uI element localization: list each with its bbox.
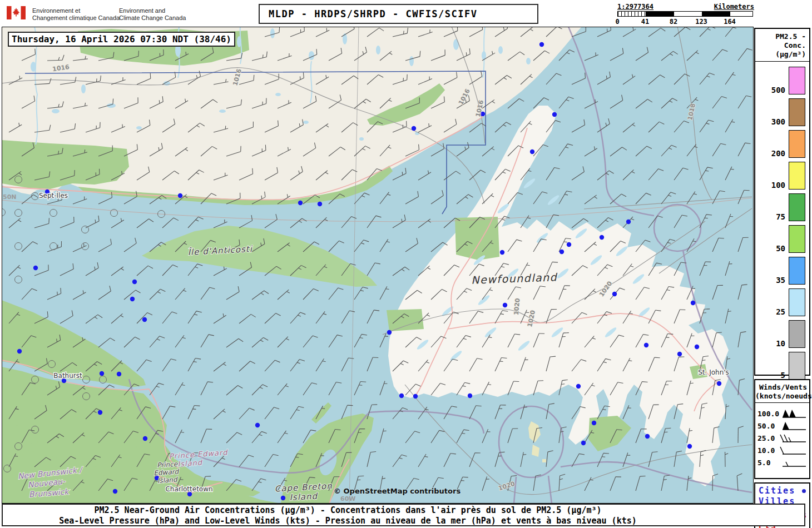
pm25-color-swatch (789, 288, 805, 316)
city-dot[interactable] (552, 112, 557, 117)
pm25-color-swatch (789, 67, 805, 94)
city-dot[interactable] (612, 292, 617, 296)
wind-barb-icon (779, 432, 807, 444)
caption-box: PM2.5 Near-Ground Air Concentrations (µg… (2, 504, 805, 526)
city-dot[interactable] (178, 193, 182, 198)
city-dot[interactable] (142, 317, 147, 322)
map-label: St. John's (698, 368, 729, 376)
pm25-level-value: 10 (776, 339, 785, 348)
city-dot[interactable] (318, 202, 322, 206)
city-dot[interactable] (412, 126, 416, 131)
scale-tick-labels: 04182123164 (617, 18, 753, 26)
pm25-color-swatch (789, 225, 805, 253)
wind-legend-row: 25.0 (757, 432, 808, 444)
wind-legend: Winds/Vents (knots/noeuds) 100.050.025.0… (754, 379, 810, 479)
scale-tick: 82 (670, 18, 677, 26)
pm25-level-value: 100 (771, 181, 785, 190)
city-dot[interactable] (143, 436, 147, 441)
wind-barb-icon (779, 407, 807, 420)
map-label: © OpenStreetMap contributors (334, 487, 461, 495)
scale-tick: 164 (724, 18, 736, 26)
pm25-color-swatch (789, 320, 805, 348)
city-dot[interactable] (691, 301, 695, 305)
pm25-level-value: 25 (776, 307, 785, 316)
pm25-legend-row: 300 (755, 94, 809, 126)
city-dot[interactable] (645, 434, 650, 439)
city-dot[interactable] (98, 410, 102, 415)
city-dot[interactable] (576, 384, 581, 388)
map-label: Sept-Îles (39, 191, 68, 200)
city-dot[interactable] (567, 242, 571, 247)
wind-speed-value: 100.0 (757, 410, 779, 418)
city-dot[interactable] (281, 496, 285, 500)
city-dot[interactable] (677, 352, 682, 356)
city-dot[interactable] (592, 421, 596, 425)
city-dot[interactable] (387, 330, 392, 335)
city-dot[interactable] (560, 250, 564, 254)
wind-barb-icon (779, 420, 807, 432)
map-canvas[interactable]: Sept-ÎlesÎle d'AnticostiNewfoundlandBath… (2, 27, 754, 504)
map-label: 50N (3, 193, 17, 201)
wind-barb-icon (779, 444, 807, 456)
city-dot[interactable] (644, 343, 648, 347)
city-dot[interactable] (626, 220, 631, 224)
wind-speed-value: 5.0 (757, 459, 779, 467)
pm25-color-swatch (789, 98, 805, 126)
scale-tick: 123 (695, 18, 707, 26)
pm25-legend-row: 50 (755, 221, 809, 253)
city-dot[interactable] (581, 441, 586, 445)
city-dot[interactable] (399, 393, 404, 398)
city-dot-icon (802, 489, 806, 493)
agency-name-french: Environnement et Changement climatique C… (32, 7, 120, 22)
scale-unit-label: Kilometers (714, 3, 754, 11)
pm25-legend-row: 35 (755, 253, 809, 285)
city-dot[interactable] (132, 280, 137, 284)
city-dot[interactable] (130, 297, 135, 301)
canada-flag-icon (7, 6, 26, 19)
pm25-color-swatch (789, 193, 805, 221)
pm25-legend-rows: 50030020010075503525105 (755, 62, 809, 380)
map-label: Charlottetown (165, 485, 212, 493)
pm25-level-value: 50 (776, 244, 785, 253)
pm25-legend-row: 75 (755, 190, 809, 221)
pm25-level-value: 35 (776, 276, 785, 285)
wind-barb-icon (779, 456, 807, 469)
wind-legend-title: Winds/Vents (knots/noeuds) (755, 380, 809, 403)
pm25-legend: PM2.5 - Conc. (µg/m³) 500300200100755035… (754, 28, 810, 376)
city-dot[interactable] (117, 372, 121, 376)
city-dot[interactable] (500, 250, 504, 255)
map-title: MLDP - HRDPS/SHRPD - CWFIS/SCIFV (260, 8, 478, 19)
map-label: 1020 (513, 298, 522, 316)
city-dot[interactable] (503, 303, 507, 307)
caption-line2: Sea-Level Pressure (hPa) and Low-Level W… (3, 516, 693, 526)
weather-map: Sept-ÎlesÎle d'AnticostiNewfoundlandBath… (2, 27, 754, 504)
city-dot[interactable] (600, 235, 604, 240)
city-dot[interactable] (530, 150, 534, 154)
wind-legend-rows: 100.050.025.010.05.0 (755, 403, 809, 469)
city-dot[interactable] (717, 381, 721, 386)
scale-tick: 41 (641, 18, 649, 26)
city-dot[interactable] (298, 201, 303, 205)
city-dot[interactable] (539, 42, 544, 47)
wind-legend-row: 10.0 (757, 444, 808, 456)
caption-line1: PM2.5 Near-Ground Air Concentrations (µg… (3, 505, 693, 516)
city-dot[interactable] (695, 345, 699, 349)
city-dot[interactable] (413, 394, 418, 399)
pm25-color-swatch (789, 257, 805, 285)
pm25-color-swatch (789, 352, 805, 380)
city-dot[interactable] (687, 444, 692, 449)
agency-name-english: Environment and Climate Change Canada (119, 7, 186, 22)
city-dot[interactable] (113, 489, 117, 494)
pm25-legend-row: 25 (755, 285, 809, 316)
pm25-level-value: 300 (771, 117, 785, 126)
city-dot[interactable] (468, 393, 472, 398)
city-dot[interactable] (100, 371, 104, 376)
city-dot[interactable] (17, 349, 22, 353)
cities-label-en: Cities (759, 486, 795, 496)
wind-legend-row: 5.0 (757, 456, 808, 469)
city-dot[interactable] (255, 423, 260, 427)
pm25-legend-row: 5 (755, 348, 809, 380)
map-label: 60W (340, 495, 355, 502)
city-dot[interactable] (33, 266, 38, 270)
datetime-label: Thursday, 16 April 2026 07:30 NDT (38/46… (9, 34, 234, 44)
